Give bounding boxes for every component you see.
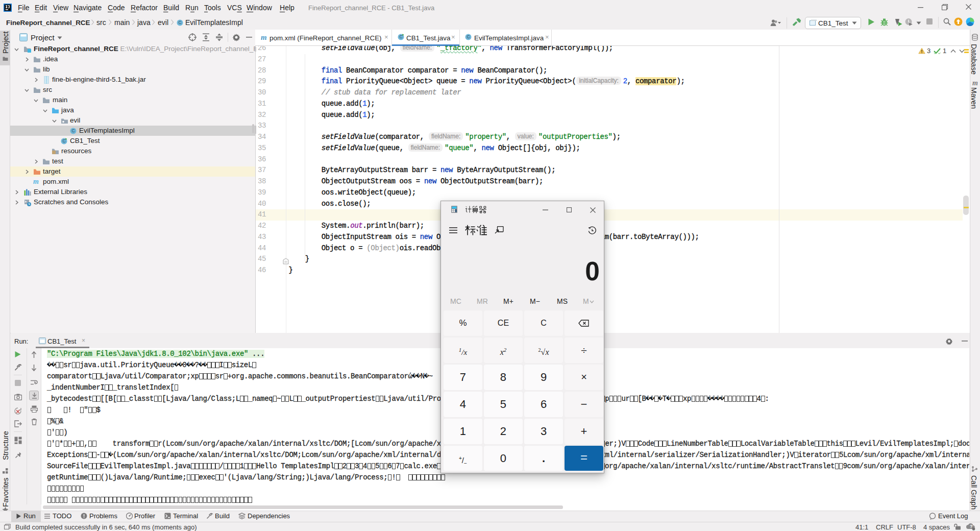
svg-text:C: C bbox=[71, 128, 75, 133]
svg-text:C: C bbox=[467, 34, 470, 39]
svg-text:C: C bbox=[178, 20, 181, 25]
svg-text:?: ? bbox=[970, 524, 973, 529]
svg-text:C: C bbox=[399, 34, 402, 39]
svg-text:C: C bbox=[62, 138, 65, 143]
